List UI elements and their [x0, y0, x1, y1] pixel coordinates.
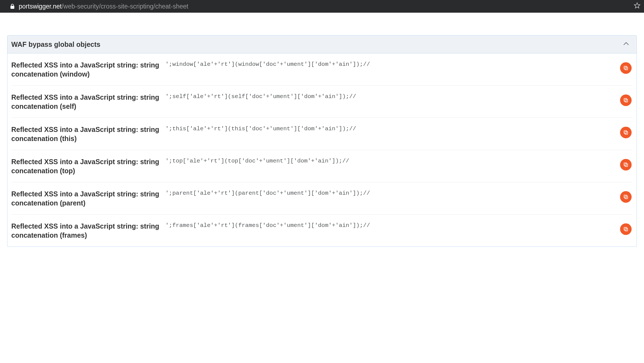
svg-rect-10 — [624, 195, 627, 198]
section-waf-bypass: WAF bypass global objects Reflected XSS … — [7, 35, 637, 247]
entry-code: ';this['ale'+'rt'](this['doc'+'ument']['… — [165, 125, 615, 132]
entry-row: Reflected XSS into a JavaScript string: … — [11, 118, 633, 150]
svg-rect-6 — [624, 131, 627, 133]
copy-button[interactable] — [620, 62, 632, 74]
entry-code: ';parent['ale'+'rt'](parent['doc'+'ument… — [165, 189, 615, 196]
page-content: WAF bypass global objects Reflected XSS … — [0, 13, 644, 247]
entry-row: Reflected XSS into a JavaScript string: … — [11, 53, 633, 86]
entry-code: ';frames['ale'+'rt'](frames['doc'+'ument… — [165, 222, 615, 229]
chevron-up-icon — [622, 40, 630, 49]
copy-icon — [623, 194, 629, 200]
section-title: WAF bypass global objects — [11, 40, 100, 48]
svg-rect-0 — [10, 6, 14, 9]
url-path: /web-security/cross-site-scripting/cheat… — [62, 3, 188, 10]
svg-rect-12 — [624, 227, 627, 230]
svg-rect-11 — [625, 228, 628, 231]
section-body: Reflected XSS into a JavaScript string: … — [7, 53, 637, 246]
entry-row: Reflected XSS into a JavaScript string: … — [11, 86, 633, 118]
svg-rect-5 — [625, 132, 628, 134]
entry-title: Reflected XSS into a JavaScript string: … — [11, 157, 160, 175]
svg-rect-1 — [625, 67, 628, 70]
entry-row: Reflected XSS into a JavaScript string: … — [11, 150, 633, 182]
copy-button[interactable] — [620, 127, 632, 138]
copy-button[interactable] — [620, 94, 632, 106]
svg-rect-8 — [624, 163, 627, 166]
copy-button[interactable] — [620, 159, 632, 170]
entry-row: Reflected XSS into a JavaScript string: … — [11, 215, 633, 246]
entry-code: ';window['ale'+'rt'](window['doc'+'ument… — [165, 61, 615, 67]
entry-code: ';top['ale'+'rt'](top['doc'+'ument']['do… — [165, 157, 615, 164]
entry-title: Reflected XSS into a JavaScript string: … — [11, 189, 160, 208]
entry-title: Reflected XSS into a JavaScript string: … — [11, 61, 160, 79]
svg-rect-9 — [625, 196, 628, 199]
copy-icon — [623, 226, 629, 232]
copy-icon — [623, 97, 629, 103]
entry-title: Reflected XSS into a JavaScript string: … — [11, 125, 160, 143]
svg-rect-7 — [625, 164, 628, 167]
entry-row: Reflected XSS into a JavaScript string: … — [11, 182, 633, 215]
entry-code: ';self['ale'+'rt'](self['doc'+'ument']['… — [165, 93, 615, 100]
copy-button[interactable] — [620, 191, 632, 203]
copy-icon — [623, 130, 629, 135]
section-header[interactable]: WAF bypass global objects — [7, 36, 637, 53]
svg-rect-2 — [624, 66, 627, 69]
copy-icon — [623, 65, 629, 71]
svg-rect-3 — [625, 99, 628, 102]
copy-button[interactable] — [620, 223, 632, 235]
svg-rect-4 — [624, 98, 627, 101]
lock-icon — [10, 4, 15, 9]
url-host: portswigger.net — [19, 3, 62, 10]
star-icon[interactable] — [634, 2, 641, 11]
entry-title: Reflected XSS into a JavaScript string: … — [11, 222, 160, 240]
entry-title: Reflected XSS into a JavaScript string: … — [11, 93, 160, 111]
url-text: portswigger.net/web-security/cross-site-… — [19, 3, 188, 10]
copy-icon — [623, 162, 629, 167]
address-bar[interactable]: portswigger.net/web-security/cross-site-… — [0, 0, 644, 13]
